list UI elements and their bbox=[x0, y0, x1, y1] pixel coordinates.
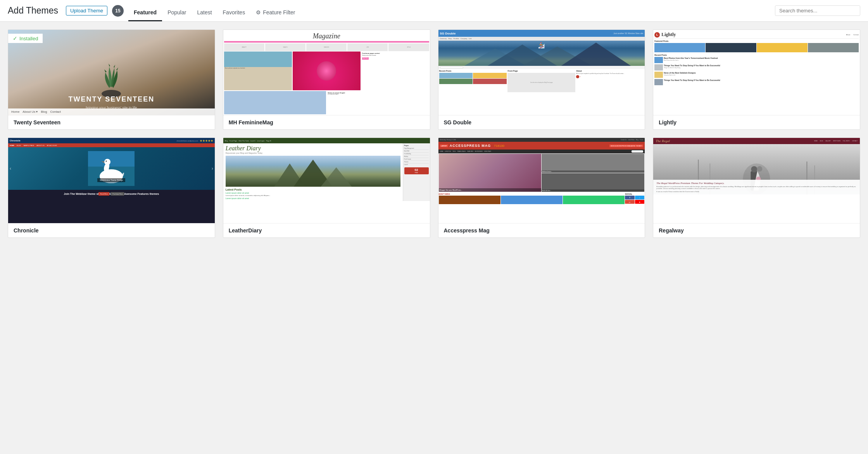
theme-card-regalway: The Regal HOME BLOG GALLERY DROP DOWN FU… bbox=[653, 138, 860, 238]
theme-name-leather-diary: LeatherDiary bbox=[223, 223, 430, 237]
upload-theme-button[interactable]: Upload Theme bbox=[66, 6, 107, 15]
theme-preview: The Regal HOME BLOG GALLERY DROP DOWN FU… bbox=[653, 138, 860, 223]
chronicle-footer: Join The Weblizar theme shop and Get Lot… bbox=[8, 190, 215, 199]
chronicle-hero: ‹ › Responsive Theme Design bbox=[8, 147, 215, 190]
theme-preview: Blog Front Page Hide The Tools Level 1 L… bbox=[223, 138, 430, 223]
theme-name-accesspress-mag: Accesspress Mag bbox=[438, 223, 645, 237]
chronicle-footer-buttons: Read More Purchase Now bbox=[98, 192, 124, 196]
theme-card-leather-diary: Blog Front Page Hide The Tools Level 1 L… bbox=[223, 138, 430, 238]
theme-thumbnail-leather-diary: Blog Front Page Hide The Tools Level 1 L… bbox=[223, 138, 430, 223]
tab-feature-filter[interactable]: ⚙ Feature Filter bbox=[250, 5, 300, 21]
theme-card-accesspress-mag: Wednesday, February 17, 2016 Contact Us … bbox=[438, 138, 645, 238]
tab-popular[interactable]: Popular bbox=[162, 5, 192, 21]
theme-card-lightly: L Lightly About Contact Featured Posts R… bbox=[653, 29, 860, 130]
svg-marker-5 bbox=[561, 43, 631, 66]
themes-grid: TWENTY SEVENTEEN bringing your business'… bbox=[0, 22, 868, 246]
chronicle-header: Chronicle chronicletheme.wordpress.com ★… bbox=[8, 138, 215, 143]
theme-preview: L Lightly About Contact Featured Posts R… bbox=[653, 30, 860, 115]
theme-thumbnail-mh-feminine-mag: Magazine BEAUTY HEALTH FASHION LIFE STYL… bbox=[223, 30, 430, 115]
theme-card-chronicle: Chronicle chronicletheme.wordpress.com ★… bbox=[8, 138, 215, 238]
nav-tabs: 15 Featured Popular Latest Favorites ⚙ F… bbox=[112, 5, 860, 21]
theme-preview: Chronicle chronicletheme.wordpress.com ★… bbox=[8, 138, 215, 223]
theme-thumbnail-chronicle: Chronicle chronicletheme.wordpress.com ★… bbox=[8, 138, 215, 223]
chronicle-arrows: ‹ › bbox=[10, 166, 213, 171]
tab-latest[interactable]: Latest bbox=[192, 5, 217, 21]
theme-card-mh-feminine-mag: Magazine BEAUTY HEALTH FASHION LIFE STYL… bbox=[223, 29, 430, 130]
page-title: Add Themes bbox=[8, 5, 58, 21]
theme-thumbnail-lightly: L Lightly About Contact Featured Posts R… bbox=[653, 30, 860, 115]
preview-nav: Home About Us ▾ Blog Contact bbox=[8, 108, 215, 115]
svg-point-22 bbox=[751, 166, 758, 172]
theme-thumbnail-regalway: The Regal HOME BLOG GALLERY DROP DOWN FU… bbox=[653, 138, 860, 223]
theme-card-twenty-seventeen: TWENTY SEVENTEEN bringing your business'… bbox=[8, 29, 215, 130]
theme-thumbnail-sg-double: SG Double Just another SG Window Sites s… bbox=[438, 30, 645, 115]
theme-preview: Magazine BEAUTY HEALTH FASHION LIFE STYL… bbox=[223, 30, 430, 115]
svg-point-23 bbox=[757, 166, 763, 172]
chronicle-nav: HOME BLOG SAMPLE PAGE ABOUT US MY ACCOUN… bbox=[8, 143, 215, 147]
checkmark-icon: ✓ bbox=[13, 35, 17, 41]
tab-favorites[interactable]: Favorites bbox=[217, 5, 251, 21]
chronicle-hero-label: Responsive Theme Design bbox=[97, 178, 125, 182]
svg-point-10 bbox=[106, 161, 107, 162]
next-arrow-icon: › bbox=[212, 166, 213, 171]
theme-count-badge: 15 bbox=[112, 5, 124, 17]
theme-thumbnail-accesspress-mag: Wednesday, February 17, 2016 Contact Us … bbox=[438, 138, 645, 223]
theme-name-regalway: Regalway bbox=[653, 223, 860, 237]
theme-name-sg-double: SG Double bbox=[438, 115, 645, 129]
purchase-now-button[interactable]: Purchase Now bbox=[111, 192, 124, 196]
theme-name-chronicle: Chronicle bbox=[8, 223, 215, 237]
theme-name-lightly: Lightly bbox=[653, 115, 860, 129]
page-header: Add Themes Upload Theme 15 Featured Popu… bbox=[0, 0, 868, 22]
preview-text: TWENTY SEVENTEEN bbox=[8, 95, 215, 103]
svg-rect-7 bbox=[88, 151, 135, 167]
theme-card-sg-double: SG Double Just another SG Window Sites s… bbox=[438, 29, 645, 130]
theme-name-twenty-seventeen: Twenty Seventeen bbox=[8, 115, 215, 129]
theme-thumbnail-twenty-seventeen: TWENTY SEVENTEEN bringing your business'… bbox=[8, 30, 215, 115]
theme-preview: SG Double Just another SG Window Sites s… bbox=[438, 30, 645, 115]
svg-point-9 bbox=[104, 159, 110, 165]
read-more-button[interactable]: Read More bbox=[98, 192, 109, 196]
theme-name-mh-feminine-mag: MH FeminineMag bbox=[223, 115, 430, 129]
theme-preview: Wednesday, February 17, 2016 Contact Us … bbox=[438, 138, 645, 223]
gear-icon: ⚙ bbox=[256, 9, 261, 15]
prev-arrow-icon: ‹ bbox=[10, 166, 11, 171]
tab-featured[interactable]: Featured bbox=[128, 5, 162, 21]
installed-badge: ✓ Installed bbox=[8, 34, 43, 43]
search-input[interactable] bbox=[775, 5, 860, 16]
